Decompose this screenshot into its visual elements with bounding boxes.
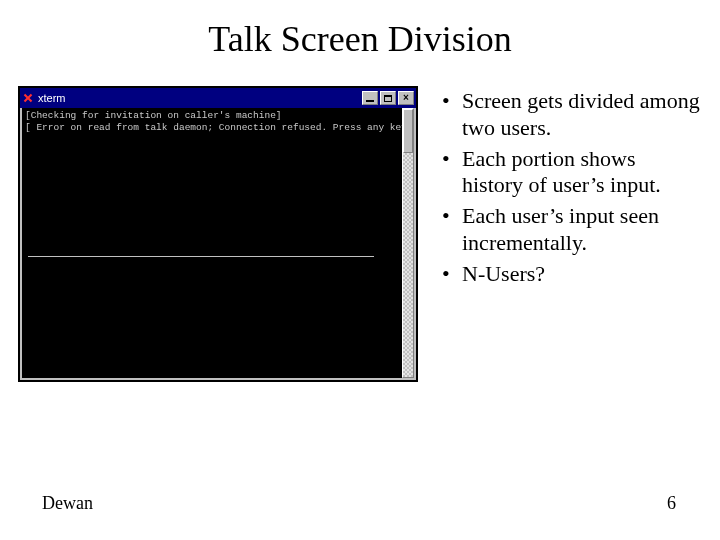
slide-title: Talk Screen Division <box>0 18 720 60</box>
maximize-button[interactable] <box>380 91 396 105</box>
slide: Talk Screen Division xterm × [Checking f… <box>0 0 720 540</box>
window-controls: × <box>362 91 414 105</box>
window-title: xterm <box>38 92 66 104</box>
close-icon: × <box>403 93 409 103</box>
bullet-item: Screen gets divided among two users. <box>440 88 702 142</box>
titlebar: xterm × <box>20 88 416 108</box>
bullet-list: Screen gets divided among two users. Eac… <box>440 88 702 292</box>
bullet-item: Each user’s input seen incrementally. <box>440 203 702 257</box>
terminal-content: [Checking for invitation on caller's mac… <box>22 108 402 378</box>
split-divider <box>28 256 374 257</box>
terminal-line-1: [Checking for invitation on caller's mac… <box>25 110 282 121</box>
bullet-text: N-Users? <box>462 261 545 286</box>
scrollbar-thumb[interactable] <box>403 109 413 153</box>
bullet-item: N-Users? <box>440 261 702 288</box>
scrollbar[interactable] <box>402 108 414 378</box>
footer-author: Dewan <box>42 493 93 514</box>
xterm-window: xterm × [Checking for invitation on call… <box>18 86 418 382</box>
maximize-icon <box>384 95 392 102</box>
terminal-line-2: [ Error on read from talk daemon; Connec… <box>25 122 402 133</box>
titlebar-left: xterm <box>22 92 66 104</box>
page-number: 6 <box>667 493 676 514</box>
x-system-icon <box>22 92 34 104</box>
bullet-item: Each portion shows history of user’s inp… <box>440 146 702 200</box>
close-button[interactable]: × <box>398 91 414 105</box>
bullet-text: Each user’s input seen incrementally. <box>462 203 659 255</box>
minimize-icon <box>366 100 374 102</box>
bullet-text: Screen gets divided among two users. <box>462 88 700 140</box>
bullet-text: Each portion shows history of user’s inp… <box>462 146 661 198</box>
minimize-button[interactable] <box>362 91 378 105</box>
